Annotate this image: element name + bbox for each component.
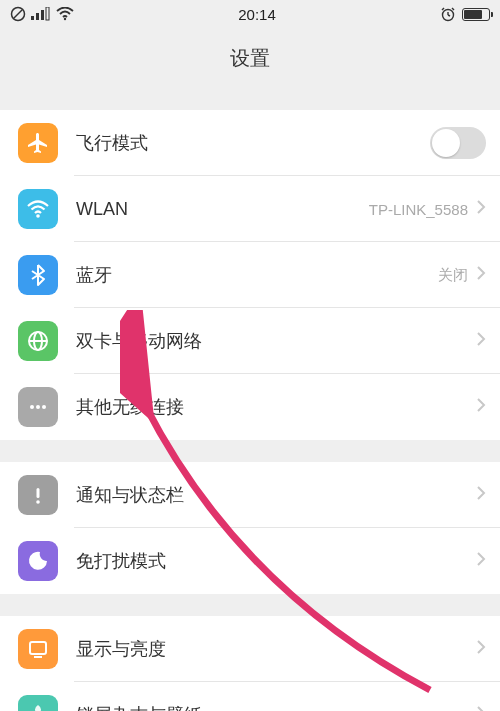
svg-rect-3 xyxy=(36,13,39,20)
svg-point-18 xyxy=(42,405,46,409)
dnd-label: 免打扰模式 xyxy=(76,549,476,573)
dnd-row[interactable]: 免打扰模式 xyxy=(0,528,500,594)
wlan-icon xyxy=(18,189,58,229)
svg-rect-4 xyxy=(41,10,44,20)
status-right xyxy=(440,6,490,22)
signal-icon xyxy=(31,7,51,21)
exclamation-icon xyxy=(18,475,58,515)
display-row[interactable]: 显示与亮度 xyxy=(0,616,500,682)
bluetooth-value: 关闭 xyxy=(438,266,468,285)
svg-line-11 xyxy=(452,8,454,10)
battery-icon xyxy=(462,8,490,21)
wifi-icon xyxy=(56,7,74,21)
svg-rect-2 xyxy=(31,16,34,20)
airplane-icon xyxy=(18,123,58,163)
svg-point-12 xyxy=(36,214,40,218)
lockscreen-label: 锁屏杂志与壁纸 xyxy=(76,703,476,711)
airplane-mode-row[interactable]: 飞行模式 xyxy=(0,110,500,176)
bluetooth-icon xyxy=(18,255,58,295)
page-title: 设置 xyxy=(0,28,500,88)
svg-rect-5 xyxy=(46,7,49,20)
notifications-label: 通知与状态栏 xyxy=(76,483,476,507)
chevron-right-icon xyxy=(476,705,486,712)
wlan-label: WLAN xyxy=(76,199,369,220)
svg-point-16 xyxy=(30,405,34,409)
bluetooth-row[interactable]: 蓝牙 关闭 xyxy=(0,242,500,308)
chevron-right-icon xyxy=(476,331,486,352)
chevron-right-icon xyxy=(476,639,486,660)
dualsim-row[interactable]: 双卡与移动网络 xyxy=(0,308,500,374)
more-icon xyxy=(18,387,58,427)
wlan-row[interactable]: WLAN TP-LINK_5588 xyxy=(0,176,500,242)
svg-point-20 xyxy=(36,500,40,504)
network-icon xyxy=(18,321,58,361)
chevron-right-icon xyxy=(476,265,486,286)
svg-line-9 xyxy=(448,15,450,16)
svg-point-17 xyxy=(36,405,40,409)
notifications-row[interactable]: 通知与状态栏 xyxy=(0,462,500,528)
chevron-right-icon xyxy=(476,199,486,220)
svg-line-1 xyxy=(14,10,22,18)
no-disturb-status-icon xyxy=(10,6,26,22)
status-bar: 20:14 xyxy=(0,0,500,28)
svg-rect-19 xyxy=(37,488,40,498)
lockscreen-row[interactable]: 锁屏杂志与壁纸 xyxy=(0,682,500,711)
moon-icon xyxy=(18,541,58,581)
svg-point-6 xyxy=(64,18,66,20)
other-wireless-label: 其他无线连接 xyxy=(76,395,476,419)
other-wireless-row[interactable]: 其他无线连接 xyxy=(0,374,500,440)
svg-rect-21 xyxy=(30,642,46,654)
svg-line-10 xyxy=(442,8,444,10)
airplane-label: 飞行模式 xyxy=(76,131,430,155)
status-left xyxy=(10,6,74,22)
display-icon xyxy=(18,629,58,669)
status-time: 20:14 xyxy=(238,6,276,23)
chevron-right-icon xyxy=(476,551,486,572)
chevron-right-icon xyxy=(476,397,486,418)
bluetooth-label: 蓝牙 xyxy=(76,263,438,287)
chevron-right-icon xyxy=(476,485,486,506)
windmill-icon xyxy=(18,695,58,711)
dualsim-label: 双卡与移动网络 xyxy=(76,329,476,353)
airplane-toggle[interactable] xyxy=(430,127,486,159)
display-label: 显示与亮度 xyxy=(76,637,476,661)
wlan-value: TP-LINK_5588 xyxy=(369,201,468,218)
alarm-icon xyxy=(440,6,456,22)
